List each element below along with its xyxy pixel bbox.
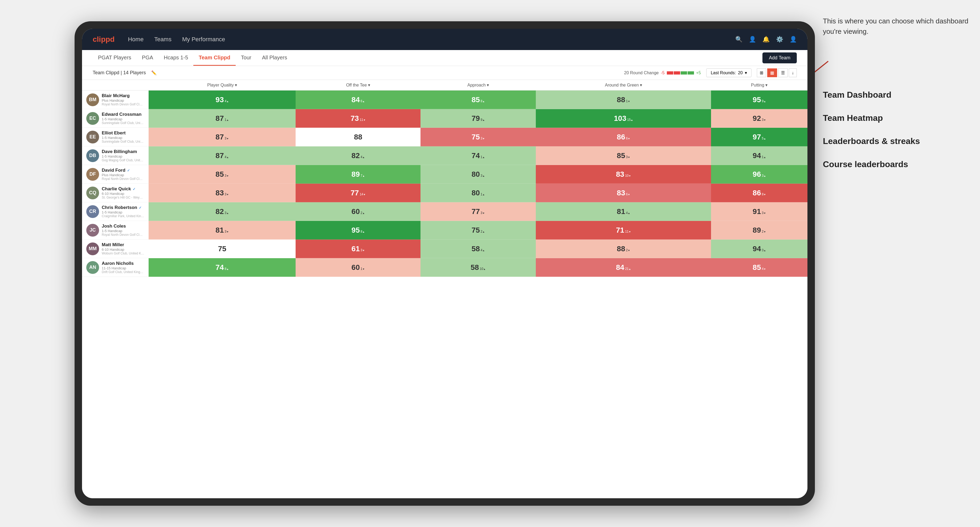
avatar: EE bbox=[86, 131, 99, 143]
avatar: JC bbox=[86, 224, 99, 237]
nav-teams[interactable]: Teams bbox=[154, 36, 172, 43]
table-row[interactable]: CQ Charlie Quick ✓ 6-10 Handicap St. Geo… bbox=[82, 184, 807, 202]
avatar: MM bbox=[86, 243, 99, 255]
score-cell: 892▼ bbox=[711, 221, 807, 240]
grid-view-button[interactable]: ⊞ bbox=[757, 68, 766, 77]
annotation-area: This is where you can choose which dashb… bbox=[823, 16, 972, 169]
option-team-dashboard[interactable]: Team Dashboard bbox=[823, 90, 972, 100]
player-cell: EC Edward Crossman 1-5 Handicap Sunningd… bbox=[82, 109, 149, 128]
player-name: Chris Robertson ✓ bbox=[102, 205, 144, 210]
player-club: Drift Golf Club, United Kingdom bbox=[102, 270, 144, 274]
table-row[interactable]: BM Blair McHarg Plus Handicap Royal Nort… bbox=[82, 90, 807, 109]
export-button[interactable]: ↓ bbox=[789, 68, 797, 77]
tab-tour[interactable]: Tour bbox=[236, 50, 257, 66]
score-cell: 814▲ bbox=[536, 202, 711, 221]
col-header-approach[interactable]: Approach ▾ bbox=[420, 80, 536, 90]
player-name: Edward Crossman bbox=[102, 112, 144, 117]
table-row[interactable]: MM Matt Miller 6-10 Handicap Woburn Golf… bbox=[82, 240, 807, 258]
tab-hcaps[interactable]: Hcaps 1-5 bbox=[158, 50, 193, 66]
score-cell: 823▲ bbox=[149, 202, 296, 221]
col-header-quality[interactable]: Player Quality ▾ bbox=[149, 80, 296, 90]
score-cell: 801▲ bbox=[420, 184, 536, 202]
avatar: CR bbox=[86, 205, 99, 218]
score-cell: 934▲ bbox=[149, 90, 296, 109]
score-cell: 10315▲ bbox=[536, 109, 711, 128]
player-cell: DF David Ford ✓ Plus Handicap Royal Nort… bbox=[82, 165, 149, 184]
last-rounds-label: Last Rounds: bbox=[711, 71, 736, 75]
nav-my-performance[interactable]: My Performance bbox=[182, 36, 225, 43]
player-name: Josh Coles bbox=[102, 224, 144, 229]
option-leaderboards[interactable]: Leaderboards & streaks bbox=[823, 136, 972, 146]
edit-icon[interactable]: ✏️ bbox=[151, 70, 157, 75]
tab-team-clippd[interactable]: Team Clippd bbox=[193, 50, 236, 66]
player-handicap: 1-5 Handicap bbox=[102, 229, 144, 233]
score-cell: 881▼ bbox=[536, 90, 711, 109]
table-row[interactable]: JC Josh Coles 1-5 Handicap Royal North D… bbox=[82, 221, 807, 240]
tablet-frame: clippd Home Teams My Performance 🔍 👤 🔔 ⚙… bbox=[75, 21, 815, 506]
player-cell: JC Josh Coles 1-5 Handicap Royal North D… bbox=[82, 221, 149, 240]
nav-home[interactable]: Home bbox=[128, 36, 143, 43]
player-cell: CR Chris Robertson ✓ 1-5 Handicap Craigm… bbox=[82, 202, 149, 221]
player-name: David Ford ✓ bbox=[102, 168, 144, 173]
avatar: AN bbox=[86, 261, 99, 274]
col-header-player bbox=[82, 80, 149, 90]
chevron-down-icon: ▾ bbox=[745, 70, 747, 75]
table-row[interactable]: CR Chris Robertson ✓ 1-5 Handicap Craigm… bbox=[82, 202, 807, 221]
tab-pga[interactable]: PGA bbox=[137, 50, 158, 66]
heatmap-view-button[interactable]: ▦ bbox=[767, 68, 777, 77]
toolbar: Team Clippd | 14 Players ✏️ 20 Round Cha… bbox=[82, 66, 807, 80]
avatar: DB bbox=[86, 149, 99, 162]
player-club: St. George's Hill GC - Weybridge - Surre… bbox=[102, 195, 144, 199]
add-team-button[interactable]: Add Team bbox=[762, 52, 797, 63]
player-name: Matt Miller bbox=[102, 242, 144, 248]
tab-pgat-players[interactable]: PGAT Players bbox=[93, 50, 137, 66]
team-title: Team Clippd | 14 Players bbox=[93, 70, 146, 76]
col-header-putting[interactable]: Putting ▾ bbox=[711, 80, 807, 90]
table-row[interactable]: DF David Ford ✓ Plus Handicap Royal Nort… bbox=[82, 165, 807, 184]
player-cell: BM Blair McHarg Plus Handicap Royal Nort… bbox=[82, 90, 149, 109]
settings-icon[interactable]: ⚙️ bbox=[776, 36, 783, 43]
player-club: Royal North Devon Golf Club, United King… bbox=[102, 103, 144, 106]
person-icon[interactable]: 👤 bbox=[749, 36, 756, 43]
round-change: 20 Round Change -5 +5 bbox=[624, 71, 701, 75]
search-icon[interactable]: 🔍 bbox=[735, 36, 743, 43]
player-club: Sunningdale Golf Club, United Kingdom bbox=[102, 121, 144, 125]
score-cell: 7714▼ bbox=[296, 184, 420, 202]
player-club: Sunningdale Golf Club, United Kingdom bbox=[102, 140, 144, 143]
score-cell: 8310▼ bbox=[536, 165, 711, 184]
table-row[interactable]: EC Edward Crossman 1-5 Handicap Sunningd… bbox=[82, 109, 807, 128]
option-team-heatmap[interactable]: Team Heatmap bbox=[823, 113, 972, 123]
logo: clippd bbox=[93, 35, 115, 44]
score-cell: 853▼ bbox=[536, 146, 711, 165]
col-header-around[interactable]: Around the Green ▾ bbox=[536, 80, 711, 90]
table-row[interactable]: EE Elliot Ebert 1-5 Handicap Sunningdale… bbox=[82, 128, 807, 146]
list-view-button[interactable]: ☰ bbox=[778, 68, 788, 77]
score-cell: 613▼ bbox=[296, 240, 420, 258]
score-cell: 868▼ bbox=[711, 184, 807, 202]
tab-bar: PGAT Players PGA Hcaps 1-5 Team Clippd T… bbox=[82, 50, 807, 66]
bell-icon[interactable]: 🔔 bbox=[762, 36, 770, 43]
score-cell: 602▲ bbox=[296, 202, 420, 221]
table-row[interactable]: AN Aaron Nicholls 11-15 Handicap Drift G… bbox=[82, 258, 807, 277]
player-handicap: 1-5 Handicap bbox=[102, 136, 144, 140]
col-header-off-tee[interactable]: Off the Tee ▾ bbox=[296, 80, 420, 90]
score-cell: 7311▼ bbox=[296, 109, 420, 128]
account-icon[interactable]: 👤 bbox=[790, 36, 797, 43]
last-rounds-button[interactable]: Last Rounds: 20 ▾ bbox=[706, 68, 751, 77]
player-name: Charlie Quick ✓ bbox=[102, 186, 144, 192]
score-cell: 941▲ bbox=[711, 146, 807, 165]
option-course-leaderboards[interactable]: Course leaderboards bbox=[823, 159, 972, 169]
data-table: Player Quality ▾ Off the Tee ▾ Approach … bbox=[82, 80, 807, 277]
score-cell: 873▼ bbox=[149, 128, 296, 146]
score-cell: 958▲ bbox=[296, 221, 420, 240]
tab-all-players[interactable]: All Players bbox=[257, 50, 293, 66]
dashboard-options: Team Dashboard Team Heatmap Leaderboards… bbox=[823, 90, 972, 169]
score-cell: 8421▲ bbox=[536, 258, 711, 277]
score-cell: 753▼ bbox=[420, 128, 536, 146]
score-cell: 913▼ bbox=[711, 202, 807, 221]
score-cell: 799▲ bbox=[420, 109, 536, 128]
player-cell: CQ Charlie Quick ✓ 6-10 Handicap St. Geo… bbox=[82, 184, 149, 202]
player-cell: DB Dave Billingham 1-5 Handicap Gog Mago… bbox=[82, 146, 149, 165]
table-row[interactable]: DB Dave Billingham 1-5 Handicap Gog Mago… bbox=[82, 146, 807, 165]
score-cell: 846▲ bbox=[296, 90, 420, 109]
